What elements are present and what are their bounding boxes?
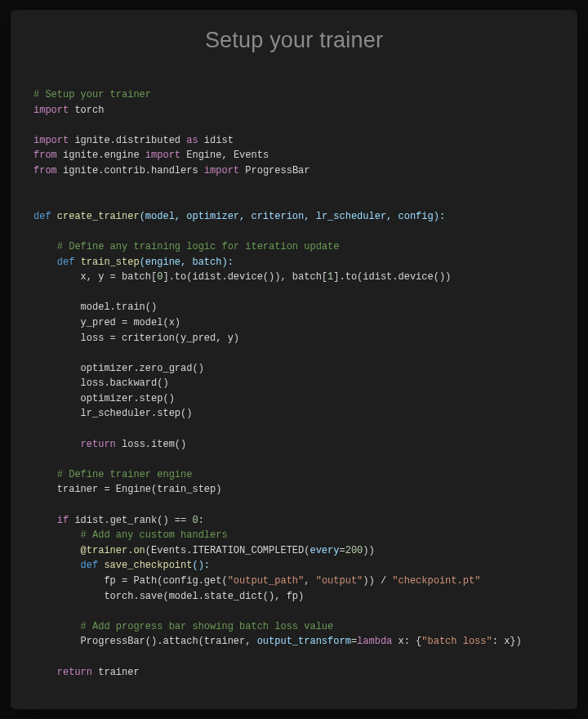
code-comment: # Add progress bar showing batch loss va…	[81, 621, 334, 632]
code-text: ,	[304, 575, 315, 587]
code-func-name: create_trainer	[57, 211, 140, 222]
code-func-name: save_checkpoint	[104, 560, 192, 571]
code-text: loss.backward()	[81, 377, 169, 389]
code-text: ))	[363, 545, 374, 556]
code-keyword: import	[204, 165, 239, 176]
code-params: (model, optimizer, criterion, lr_schedul…	[140, 211, 445, 222]
code-text: =	[339, 545, 345, 556]
code-text: x, y = batch[	[81, 271, 158, 283]
code-params: ():	[192, 560, 210, 571]
code-comment: # Define any training logic for iteratio…	[57, 241, 340, 252]
code-names: ProgressBar	[245, 165, 310, 176]
code-comment: # Add any custom handlers	[81, 529, 228, 541]
code-keyword: lambda	[357, 636, 392, 647]
page-title: Setup your trainer	[33, 28, 555, 53]
code-block: # Setup your trainer import torch import…	[33, 87, 555, 680]
code-text: :	[198, 515, 204, 526]
code-text: fp = Path(config.get(	[104, 575, 227, 587]
code-func-name: train_step	[81, 257, 140, 268]
code-params: (engine, batch):	[140, 257, 234, 268]
code-module: torch	[74, 105, 104, 116]
code-text: )) /	[363, 575, 392, 587]
code-keyword: if	[57, 515, 69, 526]
code-keyword: import	[33, 135, 69, 146]
code-text: trainer = Engine(train_step)	[57, 484, 222, 495]
code-text: (Events.ITERATION_COMPLETED(	[145, 545, 310, 556]
code-string: "batch loss"	[421, 636, 492, 647]
code-string: "output"	[316, 575, 363, 587]
code-number: 200	[345, 545, 363, 556]
code-string: "output_path"	[228, 575, 305, 587]
code-keyword: return	[57, 667, 92, 678]
code-module: ignite.distributed	[74, 135, 180, 146]
code-kwarg: every	[310, 545, 339, 556]
code-text: lr_scheduler.step()	[81, 408, 193, 419]
code-def: def	[33, 211, 51, 222]
code-kwarg: output_transform	[257, 636, 351, 647]
code-keyword: as	[186, 135, 198, 146]
code-keyword: return	[81, 439, 116, 450]
code-module: ignite.contrib.handlers	[63, 165, 198, 176]
code-keyword: import	[145, 150, 180, 161]
code-text: : x})	[492, 636, 522, 647]
code-text: ].to(idist.device()), batch[	[163, 271, 327, 283]
code-text: trainer	[92, 667, 140, 678]
code-keyword: from	[33, 150, 57, 161]
code-text: idist.get_rank() ==	[69, 515, 192, 526]
code-text: ].to(idist.device())	[333, 271, 451, 283]
code-keyword: import	[33, 105, 69, 116]
code-text: model.train()	[81, 301, 158, 313]
code-text: =	[351, 636, 357, 647]
code-string: "checkpoint.pt"	[392, 575, 480, 587]
code-text: optimizer.zero_grad()	[81, 363, 204, 374]
code-text: loss = criterion(y_pred, y)	[81, 333, 239, 344]
code-def: def	[81, 560, 99, 571]
code-window: Setup your trainer # Setup your trainer …	[11, 10, 577, 709]
code-text: ProgressBar().attach(trainer,	[81, 636, 257, 647]
code-text: loss.item()	[116, 439, 186, 450]
code-text: y_pred = model(x)	[81, 317, 180, 328]
code-number: 0	[192, 515, 198, 526]
code-decorator: @trainer.on	[81, 545, 145, 556]
code-text: torch.save(model.state_dict(), fp)	[104, 591, 304, 602]
code-text: x: {	[392, 636, 421, 647]
code-keyword: from	[33, 165, 57, 176]
code-names: Engine, Events	[186, 150, 269, 161]
code-def: def	[57, 257, 75, 268]
code-comment: # Define trainer engine	[57, 469, 193, 480]
code-comment: # Setup your trainer	[33, 89, 151, 100]
code-module: ignite.engine	[63, 150, 140, 161]
code-alias: idist	[204, 135, 234, 146]
code-text: optimizer.step()	[81, 393, 175, 404]
